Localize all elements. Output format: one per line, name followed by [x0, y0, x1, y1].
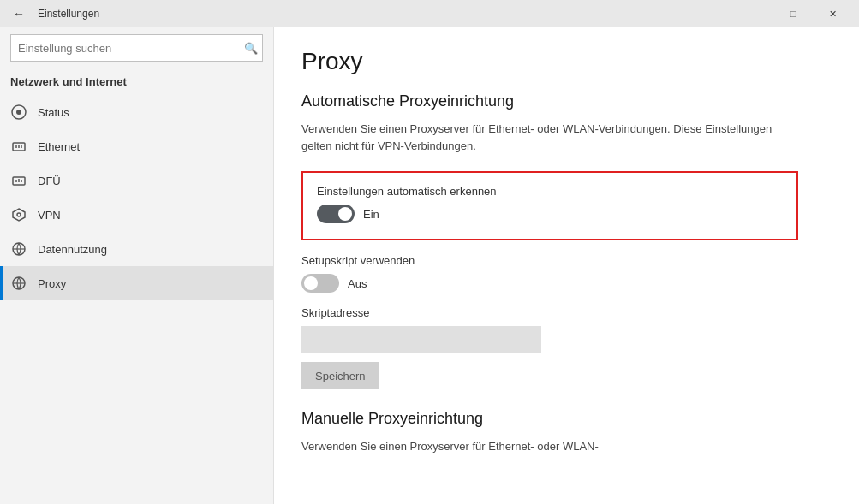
sidebar: 🔍 Netzwerk und Internet Status — [0, 27, 274, 504]
search-input[interactable] — [10, 34, 263, 62]
sidebar-section-header: Netzwerk und Internet — [0, 68, 273, 92]
auto-detect-label: Einstellungen automatisch erkennen — [317, 185, 783, 198]
titlebar-title: Einstellungen — [38, 8, 99, 20]
svg-point-10 — [17, 213, 21, 216]
sidebar-item-dfu[interactable]: DFÜ — [0, 163, 273, 198]
setup-script-label: Setupskript verwenden — [301, 254, 798, 267]
sidebar-item-proxy-label: Proxy — [38, 277, 66, 290]
search-box: 🔍 — [10, 34, 263, 62]
setup-script-toggle-label: Aus — [348, 277, 367, 290]
back-icon: ← — [13, 7, 25, 21]
auto-detect-toggle[interactable] — [317, 205, 355, 223]
window-controls: — □ ✕ — [734, 0, 852, 27]
script-address-input[interactable] — [301, 326, 541, 353]
script-address-label: Skriptadresse — [301, 306, 798, 319]
manual-section: Manuelle Proxyeinrichtung Verwenden Sie … — [301, 410, 832, 455]
auto-detect-toggle-label: Ein — [363, 208, 379, 221]
search-icon: 🔍 — [244, 42, 258, 55]
page-title: Proxy — [301, 48, 832, 75]
minimize-button[interactable]: — — [734, 0, 773, 27]
ethernet-icon — [10, 138, 27, 155]
sidebar-item-ethernet-label: Ethernet — [38, 140, 80, 153]
auto-section-title: Automatische Proxyeinrichtung — [301, 92, 832, 110]
sidebar-item-datennutzung[interactable]: Datennutzung — [0, 232, 273, 266]
vpn-icon — [10, 206, 27, 223]
script-address-row: Skriptadresse Speichern — [301, 306, 798, 389]
titlebar-controls: ← Einstellungen — [7, 2, 99, 26]
sidebar-item-datennutzung-label: Datennutzung — [38, 243, 107, 256]
maximize-button[interactable]: □ — [773, 0, 813, 27]
setup-script-toggle-row: Aus — [301, 274, 798, 293]
sidebar-nav: Status Ethernet — [0, 95, 273, 300]
auto-detect-toggle-knob — [338, 207, 352, 221]
sidebar-item-dfu-label: DFÜ — [38, 175, 61, 187]
sidebar-item-status-label: Status — [38, 106, 69, 119]
sidebar-item-vpn[interactable]: VPN — [0, 198, 273, 232]
svg-point-1 — [16, 110, 21, 115]
setup-script-row: Setupskript verwenden Aus — [301, 254, 798, 293]
manual-section-title: Manuelle Proxyeinrichtung — [301, 410, 832, 428]
datennutzung-icon — [10, 240, 27, 258]
close-button[interactable]: ✕ — [813, 0, 852, 27]
manual-section-description: Verwenden Sie einen Proxyserver für Ethe… — [301, 438, 798, 455]
content-area: Proxy Automatische Proxyeinrichtung Verw… — [274, 27, 859, 504]
proxy-icon — [10, 275, 27, 292]
sidebar-item-proxy[interactable]: Proxy — [0, 266, 273, 300]
titlebar: ← Einstellungen — □ ✕ — [0, 0, 859, 27]
auto-detect-highlighted-box: Einstellungen automatisch erkennen Ein — [301, 171, 798, 240]
main-layout: 🔍 Netzwerk und Internet Status — [0, 27, 859, 504]
sidebar-item-ethernet[interactable]: Ethernet — [0, 129, 273, 163]
status-icon — [10, 104, 27, 121]
back-button[interactable]: ← — [7, 2, 31, 26]
sidebar-item-status[interactable]: Status — [0, 95, 273, 129]
auto-section-description: Verwenden Sie einen Proxyserver für Ethe… — [301, 121, 798, 154]
save-button[interactable]: Speichern — [301, 362, 379, 389]
sidebar-item-vpn-label: VPN — [38, 209, 61, 222]
auto-detect-toggle-row: Ein — [317, 205, 783, 223]
setup-script-toggle[interactable] — [301, 274, 339, 293]
setup-script-toggle-knob — [304, 276, 318, 290]
dfu-icon — [10, 172, 27, 189]
